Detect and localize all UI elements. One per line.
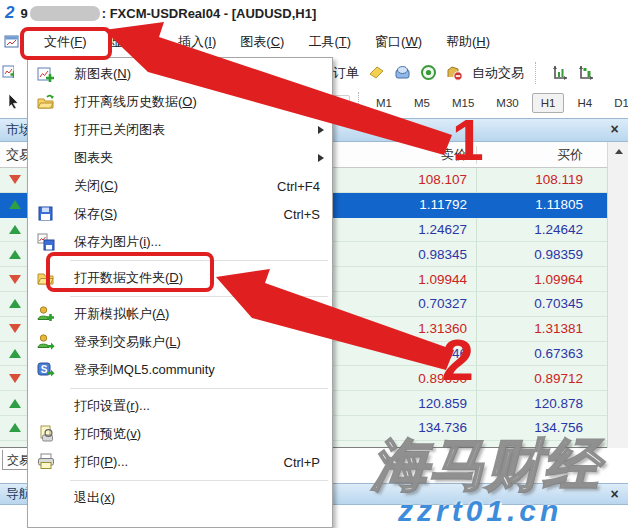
buy-price: 0.89712: [477, 366, 607, 390]
menu-item-label: 打印预览(v): [74, 425, 141, 443]
menubar-item-3[interactable]: 插入(I): [166, 28, 228, 56]
new-account-icon: [37, 305, 55, 323]
chart-axis-icon-2[interactable]: [577, 64, 594, 81]
menu-item-label: 保存为图片(i)...: [74, 233, 161, 251]
menu-item-label: 打开数据文件夹(D): [74, 269, 183, 287]
tick-down-icon: [9, 175, 21, 184]
timeframe-button-m30[interactable]: M30: [487, 93, 527, 113]
timeframe-button-m1[interactable]: M1: [367, 93, 401, 113]
title-bar: 2 9 : FXCM-USDReal04 - [AUDUSD,H1]: [0, 0, 628, 26]
file-menu-item-13[interactable]: S登录到MQL5.community: [28, 356, 332, 384]
tick-up-icon: [9, 250, 21, 259]
buy-price: 0.67363: [477, 342, 607, 366]
menu-item-label: 开新模拟帐户(A): [74, 305, 169, 323]
timeframe-button-h4[interactable]: H4: [568, 93, 601, 113]
symbol-column-header[interactable]: 交易品种: [0, 146, 30, 164]
file-menu-item-15[interactable]: 打印设置(r)...: [28, 392, 332, 420]
tick-up-icon: [9, 349, 21, 358]
open-offline-icon: [37, 93, 55, 111]
file-menu-item-3[interactable]: 打开已关闭图表: [28, 116, 332, 144]
file-menu-item-12[interactable]: 登录到交易账户(L): [28, 328, 332, 356]
timeframe-button-m15[interactable]: M15: [443, 93, 483, 113]
scroll-up-button[interactable]: [608, 142, 628, 161]
file-menu-item-17[interactable]: 打印(P)...Ctrl+P: [28, 448, 332, 476]
buy-price: 108.119: [477, 168, 607, 192]
menu-separator: [28, 256, 332, 264]
buy-price: 1.09964: [477, 267, 607, 291]
menubar-item-4[interactable]: 图表(C): [228, 28, 296, 56]
file-menu-item-9[interactable]: 打开数据文件夹(D): [28, 264, 332, 292]
menu-bar: 文件(F)显示(V)插入(I)图表(C)工具(T)窗口(W)帮助(H): [0, 26, 628, 57]
tab-symbols[interactable]: 交易品种: [2, 450, 29, 470]
login-account-icon: [37, 333, 55, 351]
file-menu-item-6[interactable]: 保存(S)Ctrl+S: [28, 200, 332, 228]
menu-item-label: 保存(S): [74, 205, 117, 223]
menubar-item-6[interactable]: 窗口(W): [363, 28, 434, 56]
file-menu-item-16[interactable]: 打印预览(v): [28, 420, 332, 448]
menu-item-label: 图表夹: [74, 149, 113, 167]
menubar-item-1[interactable]: 文件(F): [32, 28, 99, 56]
print-preview-icon: [37, 425, 55, 443]
close-icon[interactable]: ×: [606, 121, 623, 138]
buy-column-header[interactable]: 买价: [477, 146, 607, 164]
tick-up-icon: [9, 423, 21, 432]
file-menu-item-7[interactable]: 保存为图片(i)...: [28, 228, 332, 256]
menu-separator: [28, 476, 332, 484]
cursor-arrow-icon[interactable]: [5, 93, 25, 113]
menu-item-label: 打开离线历史数据(O): [74, 93, 197, 111]
timeframe-button-d1[interactable]: D1: [605, 93, 628, 113]
new-chart-toolbar-icon[interactable]: [2, 63, 14, 81]
timeframe-button-h1[interactable]: H1: [532, 93, 565, 113]
submenu-arrow-icon: [318, 154, 324, 162]
menu-item-label: 打开已关闭图表: [74, 121, 165, 139]
menu-item-shortcut: Ctrl+P: [284, 455, 320, 470]
metaeditor-icon[interactable]: [394, 64, 411, 81]
file-menu-item-11[interactable]: 开新模拟帐户(A): [28, 300, 332, 328]
file-menu-item-1[interactable]: 新图表(N): [28, 60, 332, 88]
menubar-item-2[interactable]: 显示(V): [99, 28, 166, 56]
close-icon[interactable]: ×: [606, 486, 623, 503]
tick-down-icon: [9, 324, 21, 333]
buy-price: 0.70345: [477, 292, 607, 316]
signal-icon[interactable]: [420, 64, 437, 81]
market-watch-scrollbar[interactable]: [607, 142, 628, 448]
autotrading-icon[interactable]: [446, 64, 463, 81]
tick-down-icon: [9, 374, 21, 383]
file-menu-item-19[interactable]: 退出(x): [28, 484, 332, 512]
file-menu-item-4[interactable]: 图表夹: [28, 144, 332, 172]
menu-item-label: 退出(x): [74, 489, 115, 507]
file-menu-item-5[interactable]: 关闭(C)Ctrl+F4: [28, 172, 332, 200]
menu-item-label: 登录到MQL5.community: [74, 361, 215, 379]
toolbar-separator: [358, 92, 363, 114]
submenu-arrow-icon: [318, 126, 324, 134]
chart-axis-icon-1[interactable]: [551, 64, 568, 81]
menu-separator: [28, 384, 332, 392]
mt4-logo-icon: 2: [5, 3, 14, 23]
chevron-up-icon: [615, 149, 623, 154]
svg-text:S: S: [41, 364, 48, 375]
tick-down-icon: [9, 275, 21, 284]
menubar-item-5[interactable]: 工具(T): [296, 28, 363, 56]
buy-price: 1.11805: [477, 193, 607, 217]
chevron-down-icon: [338, 101, 346, 106]
buy-price: 1.31381: [477, 317, 607, 341]
tick-up-icon: [9, 225, 21, 234]
menu-item-label: 打印设置(r)...: [74, 397, 150, 415]
new-chart-icon: [37, 65, 55, 83]
chart-window-icon[interactable]: [4, 34, 20, 50]
buy-price: 120.878: [477, 391, 607, 415]
timeframe-button-m5[interactable]: M5: [405, 93, 439, 113]
dropdown-arrow-button[interactable]: [333, 95, 350, 111]
tick-up-icon: [9, 299, 21, 308]
menu-item-label: 关闭(C): [74, 177, 118, 195]
menu-item-shortcut: Ctrl+F4: [277, 179, 320, 194]
autotrading-button[interactable]: 自动交易: [472, 64, 524, 82]
yellow-note-icon[interactable]: [368, 64, 385, 81]
menu-item-label: 登录到交易账户(L): [74, 333, 181, 351]
file-menu-item-2[interactable]: 打开离线历史数据(O): [28, 88, 332, 116]
account-number-redaction: [30, 6, 100, 21]
print-icon: [37, 453, 55, 471]
menubar-item-7[interactable]: 帮助(H): [434, 28, 502, 56]
new-order-button[interactable]: 订单: [333, 64, 359, 82]
menu-item-label: 打印(P)...: [74, 453, 128, 471]
